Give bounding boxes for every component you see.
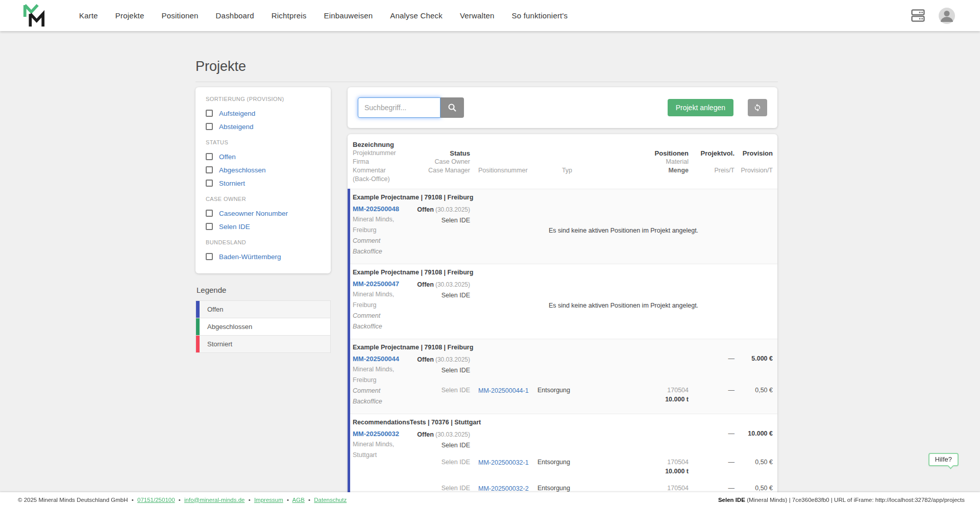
app-logo[interactable] <box>22 3 48 29</box>
project-firm: Mineral Minds, <box>353 364 414 375</box>
search-button[interactable] <box>440 97 464 118</box>
filter-option-aufsteigend[interactable]: Aufsteigend <box>206 107 321 120</box>
project-number-link[interactable]: MM-202500048 <box>353 204 414 214</box>
status-stripe <box>348 339 350 414</box>
search-input[interactable] <box>358 97 440 118</box>
checkbox-icon[interactable] <box>206 180 213 187</box>
footer-agb-link[interactable]: AGB <box>292 497 305 503</box>
project-info: MM-202500048 Mineral Minds, Freiburg Com… <box>353 204 414 257</box>
footer-user: Selen IDE <box>718 497 745 503</box>
filter-option-caseowner-nonumber[interactable]: Caseowner Nonumber <box>206 207 321 220</box>
filter-option-storniert[interactable]: Storniert <box>206 176 321 190</box>
material-code: 170504 <box>598 458 689 467</box>
position-row[interactable]: Selen IDE MM-202500032-1 Entsorgung 1705… <box>414 458 777 476</box>
footer-email-link[interactable]: info@mineral-minds.de <box>184 497 244 503</box>
filter-option-absteigend[interactable]: Absteigend <box>206 120 321 133</box>
filter-option-baden-wuerttemberg[interactable]: Baden-Württemberg <box>206 250 321 263</box>
server-icon[interactable] <box>911 9 925 22</box>
project-comment: Comment <box>353 386 414 396</box>
status-stripe <box>348 264 350 339</box>
position-case-owner: Selen IDE <box>414 458 470 476</box>
project-number-link[interactable]: MM-202500032 <box>353 428 414 439</box>
copyright-text: © 2025 Mineral Minds Deutschland GmbH <box>18 497 128 503</box>
project-backoffice: Backoffice <box>353 321 414 332</box>
filter-option-abgeschlossen[interactable]: Abgeschlossen <box>206 163 321 176</box>
user-avatar-icon[interactable] <box>938 7 955 24</box>
project-status: Offen(30.03.2025) Selen IDE <box>414 428 470 451</box>
status-date: (30.03.2025) <box>435 206 470 213</box>
nav-positionen[interactable]: Positionen <box>153 11 207 20</box>
footer-datenschutz-link[interactable]: Datenschutz <box>314 497 347 503</box>
separator: • <box>132 497 134 503</box>
position-preis-t: — <box>691 386 734 404</box>
checkbox-icon[interactable] <box>206 166 213 173</box>
position-typ: Entsorgung <box>536 386 598 404</box>
project-row[interactable]: Example Projectname | 79108 | Freiburg M… <box>348 339 777 414</box>
project-status: Offen(30.03.2025) Selen IDE <box>414 353 470 379</box>
position-typ: Entsorgung <box>536 458 598 476</box>
project-comment: Comment <box>353 311 414 321</box>
page-title: Projekte <box>195 31 778 74</box>
header-bezeichnung-group: Bezeichnung Projektnummer Firma Kommenta… <box>353 140 414 184</box>
position-row[interactable]: Selen IDE MM-202500044-1 Entsorgung 1705… <box>414 386 777 404</box>
position-number-link[interactable]: MM-202500032-2 <box>478 485 529 492</box>
project-provision: 10.000 € <box>734 428 777 451</box>
nav-so-funktionierts[interactable]: So funktioniert's <box>503 11 577 20</box>
project-number-link[interactable]: MM-202500044 <box>353 353 414 364</box>
nav-analyse-check[interactable]: Analyse Check <box>381 11 451 20</box>
case-owner: Selen IDE <box>414 215 470 226</box>
create-project-button[interactable]: Projekt anlegen <box>668 99 733 116</box>
project-number-link[interactable]: MM-202500047 <box>353 278 414 289</box>
nav-dashboard[interactable]: Dashboard <box>207 11 263 20</box>
footer-impressum-link[interactable]: Impressum <box>254 497 283 503</box>
search-icon <box>448 103 457 112</box>
filter-section-status: STATUS <box>206 139 321 145</box>
checkbox-icon[interactable] <box>206 210 213 217</box>
top-nav: Karte Projekte Positionen Dashboard Rich… <box>0 0 980 31</box>
nav-karte[interactable]: Karte <box>70 11 107 20</box>
separator: • <box>287 497 289 503</box>
project-title: RecommendationsTests | 70376 | Stuttgart <box>350 414 777 427</box>
checkbox-icon[interactable] <box>206 253 213 260</box>
filter-option-offen[interactable]: Offen <box>206 150 321 163</box>
checkbox-icon[interactable] <box>206 123 213 130</box>
filter-option-selen-ide[interactable]: Selen IDE <box>206 220 321 233</box>
header-status-group: Status Case Owner Case Manager <box>414 140 470 184</box>
refresh-icon <box>753 103 762 112</box>
main-menu: Karte Projekte Positionen Dashboard Rich… <box>70 11 576 20</box>
footer-session-info: Selen IDE (Mineral Minds) | 7ce360e83fb0… <box>718 497 965 503</box>
header-positionsnummer: Positionsnummer <box>470 140 536 184</box>
footer-session-detail: (Mineral Minds) | 7ce360e83fb0 | URL of … <box>745 497 965 503</box>
checkbox-icon[interactable] <box>206 110 213 117</box>
position-number-link[interactable]: MM-202500032-1 <box>478 459 529 466</box>
project-info: MM-202500047 Mineral Minds, Freiburg Com… <box>353 278 414 332</box>
position-provision: 0,50 € <box>734 386 777 404</box>
no-positions-message: Es sind keine aktiven Positionen im Proj… <box>470 278 777 332</box>
positions-list: Selen IDE MM-202500044-1 Entsorgung 1705… <box>414 386 777 407</box>
nav-verwalten[interactable]: Verwalten <box>451 11 503 20</box>
separator: • <box>179 497 181 503</box>
nav-richtpreis[interactable]: Richtpreis <box>263 11 315 20</box>
filter-panel: SORTIERUNG (PROVISION) Aufsteigend Abste… <box>195 87 331 273</box>
status-date: (30.03.2025) <box>435 431 470 438</box>
position-preis-t: — <box>691 458 734 476</box>
status-label: Offen <box>417 431 434 438</box>
speech-bubble-tail-icon <box>947 463 954 469</box>
material-menge: 10.000 t <box>598 395 689 404</box>
project-row[interactable]: Example Projectname | 79108 | Freiburg M… <box>348 264 777 339</box>
help-button[interactable]: Hilfe? <box>928 453 959 466</box>
checkbox-icon[interactable] <box>206 223 213 230</box>
header-positionen-group: Positionen Material Menge <box>598 140 691 184</box>
nav-einbauweisen[interactable]: Einbauweisen <box>315 11 381 20</box>
project-title: Example Projectname | 79108 | Freiburg <box>350 264 777 277</box>
refresh-button[interactable] <box>748 99 767 116</box>
project-row[interactable]: Example Projectname | 79108 | Freiburg M… <box>348 189 777 264</box>
table-header: Bezeichnung Projektnummer Firma Kommenta… <box>348 134 777 189</box>
material-menge: 10.000 t <box>598 467 689 476</box>
project-backoffice: Backoffice <box>353 396 414 407</box>
nav-projekte[interactable]: Projekte <box>107 11 153 20</box>
position-number-link[interactable]: MM-202500044-1 <box>478 387 529 394</box>
project-info: MM-202500032 Mineral Minds, Stuttgart <box>353 428 414 502</box>
checkbox-icon[interactable] <box>206 153 213 160</box>
footer-phone-link[interactable]: 07151/250100 <box>137 497 175 503</box>
